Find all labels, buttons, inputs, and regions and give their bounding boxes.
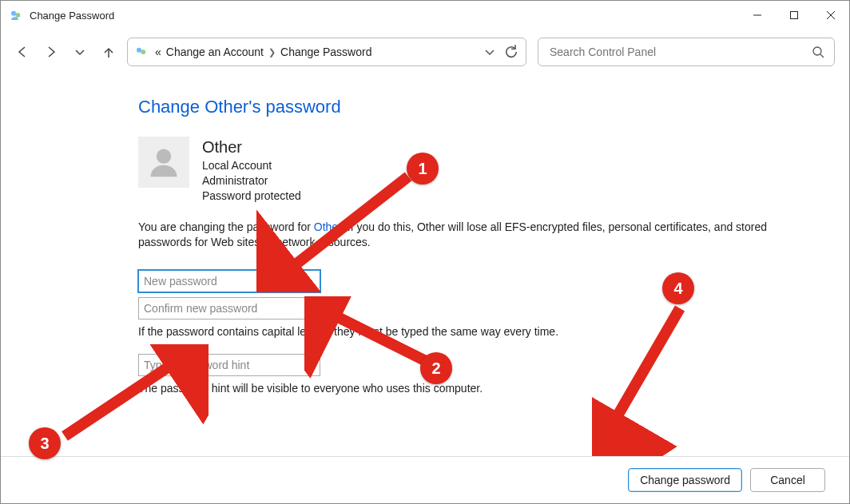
svg-point-7 [137,48,141,53]
svg-line-15 [608,308,680,432]
annotation-badge-3: 3 [29,427,61,459]
svg-line-10 [820,54,824,58]
warning-text: You are changing the password for Other.… [138,220,817,251]
svg-point-11 [157,149,171,164]
svg-point-1 [15,13,20,18]
search-box[interactable] [538,38,835,66]
svg-rect-3 [791,12,798,19]
refresh-button[interactable] [503,44,519,60]
back-button[interactable] [15,45,30,59]
breadcrumb-icon [134,45,149,59]
titlebar: Change Password [1,1,849,30]
annotation-badge-1: 1 [407,153,439,185]
page-title: Change Other's password [138,97,817,117]
minimize-button[interactable] [739,1,776,30]
bottom-bar: Change password Cancel [1,456,849,503]
breadcrumb-item-1[interactable]: Change an Account [166,46,264,58]
annotation-badge-4: 4 [662,272,694,304]
svg-point-9 [813,47,821,55]
address-dropdown-icon[interactable] [483,45,497,59]
search-input[interactable] [548,45,812,59]
breadcrumb: « Change an Account ❯ Change Password [155,46,476,58]
hint-note: The password hint will be visible to eve… [138,381,817,397]
user-name: Other [202,137,301,158]
breadcrumb-prefix: « [155,46,161,58]
caps-note: If the password contains capital letters… [138,324,817,340]
forward-button[interactable] [44,45,58,59]
nav-buttons [15,45,116,59]
change-password-button[interactable]: Change password [628,468,742,492]
titlebar-left: Change Password [9,8,114,22]
annotation-arrow-3 [49,344,209,448]
maximize-button[interactable] [776,1,812,30]
window: Change Password « Change an Account ❯ Ch… [0,0,850,504]
search-icon[interactable] [812,46,824,58]
nav-row: « Change an Account ❯ Change Password [1,30,849,81]
window-controls [739,1,849,30]
confirm-password-input[interactable] [138,297,320,319]
svg-point-8 [141,50,145,54]
recent-dropdown[interactable] [73,45,87,59]
breadcrumb-separator-icon: ❯ [268,47,276,58]
breadcrumb-item-2[interactable]: Change Password [280,46,371,58]
svg-point-0 [11,11,16,16]
annotation-badge-2: 2 [420,352,452,384]
annotation-arrow-4 [592,296,704,456]
address-bar[interactable]: « Change an Account ❯ Change Password [127,38,526,66]
app-icon [9,8,23,22]
window-title: Change Password [30,10,114,22]
up-button[interactable] [101,45,116,59]
cancel-button[interactable]: Cancel [750,468,825,492]
svg-line-14 [65,356,185,436]
annotation-arrow-1 [256,157,432,292]
avatar [138,137,189,188]
svg-line-12 [280,177,408,276]
close-button[interactable] [812,1,849,30]
user-block: Other Local Account Administrator Passwo… [138,137,817,204]
